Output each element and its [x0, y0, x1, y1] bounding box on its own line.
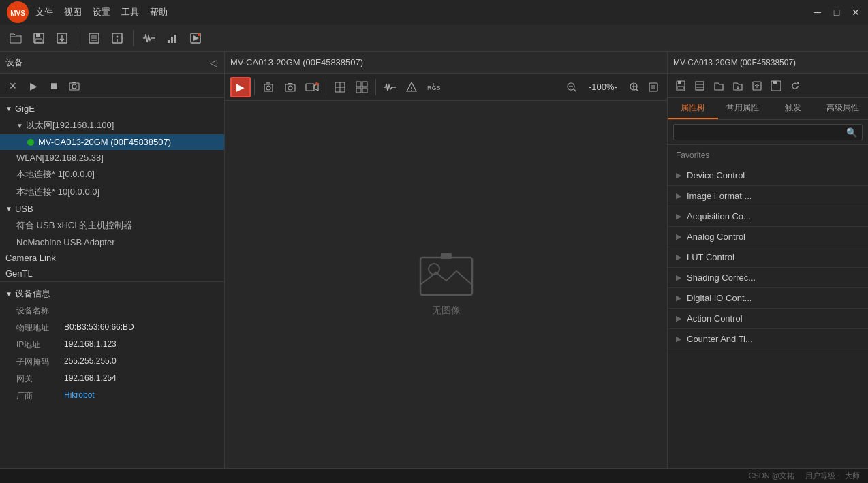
zoom-in-button[interactable]: [626, 79, 642, 95]
device-control-arrow: ▶: [676, 171, 681, 180]
prop-group-counter-timer[interactable]: ▶ Counter And Ti...: [668, 329, 868, 349]
placeholder-icon: [419, 252, 474, 296]
no-image-placeholder: 无图像: [419, 252, 474, 317]
menu-help[interactable]: 帮助: [150, 6, 168, 18]
viewer-alert-button[interactable]: [401, 77, 422, 97]
info-label-name: 设备名称: [16, 305, 64, 317]
svg-point-27: [411, 89, 412, 91]
viewer-single-capture-button[interactable]: [258, 77, 279, 97]
zoom-controls: -100%-: [563, 79, 662, 95]
viewer-sep-1: [254, 79, 255, 95]
prop-group-acquisition[interactable]: ▶ Acquisition Co...: [668, 206, 868, 227]
device-panel-title: 设备: [5, 57, 23, 69]
prop-list-button[interactable]: [691, 77, 709, 95]
prop-group-lut-control[interactable]: ▶ LUT Control: [668, 247, 868, 268]
zoom-out-button[interactable]: [563, 79, 580, 95]
prop-export-button[interactable]: [748, 77, 766, 95]
device-info-header[interactable]: ▼ 设备信息: [0, 285, 224, 302]
prop-group-digital-io[interactable]: ▶ Digital IO Cont...: [668, 288, 868, 309]
prop-save-all-button[interactable]: [767, 77, 785, 95]
svg-rect-16: [72, 82, 76, 83]
prop-group-image-format[interactable]: ▶ Image Format ...: [668, 186, 868, 206]
prop-load-button[interactable]: [710, 77, 728, 95]
device-stop-button[interactable]: ⏹: [45, 77, 63, 95]
viewer-grid-button-2[interactable]: [352, 77, 372, 97]
gige-group[interactable]: ▼ GigE: [0, 101, 224, 116]
usb-group[interactable]: ▼ USB: [0, 201, 224, 217]
viewer-play-button[interactable]: ▶: [230, 77, 251, 97]
tab-trigger[interactable]: 触发: [768, 98, 818, 119]
prop-refresh-button[interactable]: [786, 77, 804, 95]
search-icon: 🔍: [846, 127, 857, 138]
viewer-rgb-button[interactable]: RGB: [423, 77, 444, 97]
menu-view[interactable]: 视图: [64, 6, 82, 18]
camera-link-group[interactable]: Camera Link: [0, 250, 224, 266]
maximize-button[interactable]: □: [830, 5, 843, 19]
window-controls: ─ □ ✕: [811, 5, 863, 19]
open-file-button[interactable]: [5, 28, 26, 48]
waveform-button[interactable]: [139, 28, 159, 48]
zoom-level-label: -100%-: [583, 82, 623, 92]
svg-rect-39: [696, 82, 704, 90]
prop-save-file-button[interactable]: [729, 77, 747, 95]
panel-pin-button[interactable]: ◁: [208, 56, 219, 69]
prop-group-shading-correct[interactable]: ▶ Shading Correc...: [668, 268, 868, 288]
prop-group-device-control[interactable]: ▶ Device Control: [668, 166, 868, 186]
usb-xhci-item[interactable]: 符合 USB xHCI 的主机控制器: [0, 217, 224, 234]
lut-control-label: LUT Control: [687, 252, 734, 262]
gentl-group[interactable]: GenTL: [0, 266, 224, 281]
device-panel-header: 设备 ◁: [0, 52, 224, 74]
device-item[interactable]: MV-CA013-20GM (00F45838507): [0, 134, 224, 150]
info-value-subnet: 255.255.255.0: [64, 356, 117, 368]
device-list-button[interactable]: [84, 28, 104, 48]
menu-tools[interactable]: 工具: [121, 6, 139, 18]
save-button[interactable]: [29, 28, 49, 48]
viewer-sep-3: [375, 79, 376, 95]
device-toolbar: ✕ ▶ ⏹: [0, 74, 224, 98]
svg-rect-42: [773, 81, 777, 84]
device-info-button[interactable]: [107, 28, 127, 48]
close-button[interactable]: ✕: [849, 5, 863, 19]
device-capture-button[interactable]: [65, 77, 83, 95]
minimize-button[interactable]: ─: [811, 5, 824, 19]
tab-advanced[interactable]: 高级属性: [818, 98, 869, 119]
prop-search-input[interactable]: [673, 124, 863, 140]
usb-adapter-item[interactable]: NoMachine USB Adapter: [0, 234, 224, 250]
device-info-label: 设备信息: [15, 287, 50, 300]
record-button[interactable]: [185, 28, 206, 48]
export-button[interactable]: [52, 28, 72, 48]
device-play-button[interactable]: ▶: [25, 77, 42, 95]
viewer-waveform-button[interactable]: [379, 77, 400, 97]
local-conn10-item[interactable]: 本地连接* 10[0.0.0.0]: [0, 183, 224, 201]
viewer-toolbar: ▶: [225, 74, 667, 101]
prop-group-analog-control[interactable]: ▶ Analog Control: [668, 227, 868, 247]
tab-common[interactable]: 常用属性: [718, 98, 769, 119]
viewer-grid-button-1[interactable]: [330, 77, 350, 97]
svg-point-17: [266, 86, 270, 90]
gige-label: GigE: [15, 104, 35, 114]
viewer-camera-button[interactable]: [280, 77, 300, 97]
viewer-video-button[interactable]: [302, 77, 322, 97]
right-header-title: MV-CA013-20GM (00F45838507): [673, 58, 796, 67]
local-conn1-item[interactable]: 本地连接* 1[0.0.0.0]: [0, 166, 224, 183]
menu-settings[interactable]: 设置: [93, 6, 110, 18]
menu-file[interactable]: 文件: [35, 6, 53, 18]
device-info-arrow: ▼: [5, 290, 12, 298]
analog-control-label: Analog Control: [687, 232, 745, 242]
wlan-item[interactable]: WLAN[192.168.25.38]: [0, 150, 224, 166]
digital-io-arrow: ▶: [676, 294, 681, 302]
ethernet-item[interactable]: ▼ 以太网[192.168.1.100]: [0, 116, 224, 134]
svg-rect-35: [441, 253, 452, 259]
search-wrap: 🔍: [673, 124, 863, 140]
svg-rect-38: [677, 87, 684, 89]
fit-button[interactable]: [645, 79, 662, 95]
info-label-subnet: 子网掩码: [16, 356, 64, 368]
histogram-button[interactable]: [162, 28, 183, 48]
prop-group-action-control[interactable]: ▶ Action Control: [668, 309, 868, 329]
device-close-button[interactable]: ✕: [4, 77, 22, 95]
info-row-subnet: 子网掩码 255.255.255.0: [0, 354, 224, 371]
csdn-label: CSDN @文祐: [749, 471, 794, 481]
info-row-gateway: 网关 192.168.1.254: [0, 371, 224, 388]
prop-save-button[interactable]: [672, 77, 689, 95]
tab-attributes[interactable]: 属性树: [668, 98, 718, 119]
